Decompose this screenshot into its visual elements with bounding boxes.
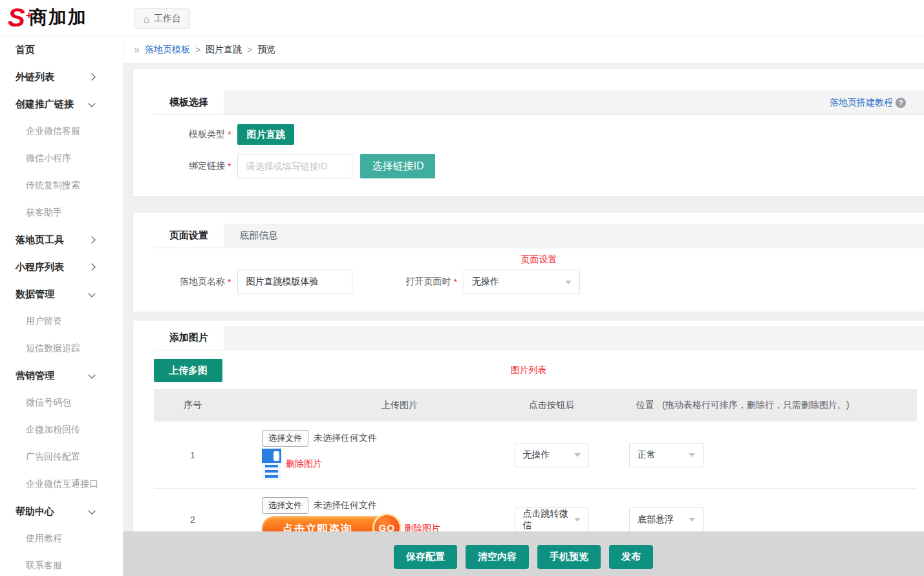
- help-question-icon: ?: [896, 98, 906, 108]
- open-page-select[interactable]: 无操作: [464, 270, 580, 294]
- app-window: S + 商加加 ⌂ 工作台 首页 外链列表 创建推广链接 企业微信客服 微信小程…: [0, 0, 924, 576]
- sidebar-item-sms-tracking[interactable]: 短信数据追踪: [0, 335, 123, 362]
- sidebar-item-ad-callback-config[interactable]: 广告回传配置: [0, 443, 123, 471]
- table-note: (拖动表格行可排序，删除行，只需删除图片。): [662, 400, 849, 411]
- sidebar-item-lead-assistant[interactable]: 获客助手: [0, 199, 123, 226]
- breadcrumb-item-image-jump: 图片直跳: [206, 44, 242, 56]
- sidebar-item-wechat-number-pack[interactable]: 微信号码包: [0, 389, 123, 416]
- row-index: 2: [154, 515, 231, 525]
- choose-link-id-button[interactable]: 选择链接ID: [360, 154, 435, 178]
- sidebar-item-tutorials[interactable]: 使用教程: [0, 525, 123, 552]
- template-type-button[interactable]: 图片直跳: [237, 124, 294, 145]
- required-mark: *: [228, 161, 231, 171]
- row-position-cell: 正常: [613, 443, 917, 467]
- choose-file-button[interactable]: 选择文件: [262, 430, 308, 447]
- sidebar-item-wecom-interconnect[interactable]: 企业微信互通接口: [0, 471, 123, 498]
- template-card-tabbar: 模板选择 落地页搭建教程 ?: [154, 91, 924, 115]
- page-settings-card: 页面设置 底部信息 页面设置 落地页名称 * 打开页面时 * 无操作: [133, 213, 924, 312]
- caret-down-icon: [689, 453, 695, 460]
- breadcrumb-separator: >: [195, 45, 200, 55]
- sidebar-item-user-leads[interactable]: 用户留资: [0, 308, 123, 335]
- col-header-index: 序号: [154, 400, 231, 411]
- col-header-upload: 上传图片: [231, 400, 490, 411]
- click-action-select[interactable]: 点击跳转微信: [515, 507, 589, 532]
- caret-down-icon: [565, 281, 572, 288]
- sidebar-item-contact-support[interactable]: 联系客服: [0, 552, 123, 576]
- click-action-select[interactable]: 无操作: [515, 443, 589, 467]
- sidebar-item-copy-search[interactable]: 传统复制搜索: [0, 172, 123, 199]
- clear-content-button[interactable]: 清空内容: [466, 545, 529, 569]
- template-select-card: 模板选择 落地页搭建教程 ? 模板类型 * 图片直跳 绑定链接 * 选择链接ID: [133, 69, 924, 196]
- breadcrumb-chevrons-icon: »: [134, 44, 140, 56]
- sidebar-item-create-promo-link[interactable]: 创建推广链接: [0, 91, 123, 118]
- choose-file-button[interactable]: 选择文件: [262, 497, 308, 514]
- page-settings-fields: 落地页名称 * 打开页面时 * 无操作: [154, 270, 924, 294]
- tab-add-images[interactable]: 添加图片: [154, 326, 224, 350]
- image-list-section-title: 图片列表: [154, 365, 903, 376]
- open-page-label: 打开页面时: [380, 276, 451, 288]
- col-header-position: 位置 (拖动表格行可排序，删除行，只需删除图片。): [613, 400, 917, 411]
- position-select[interactable]: 底部悬浮: [629, 507, 704, 532]
- home-icon: ⌂: [144, 14, 149, 25]
- chevron-down-icon: [88, 371, 95, 378]
- row-action-cell: 无操作: [490, 443, 613, 467]
- brand-logo: S + 商加加: [8, 3, 87, 32]
- page-card-tabbar: 页面设置 底部信息: [154, 224, 924, 248]
- position-select[interactable]: 正常: [629, 443, 704, 467]
- sidebar-item-help-center[interactable]: 帮助中心: [0, 498, 123, 525]
- chevron-down-icon: [88, 507, 95, 514]
- chevron-down-icon: [88, 290, 95, 297]
- delete-image-link[interactable]: 删除图片: [286, 458, 322, 470]
- tab-page-settings[interactable]: 页面设置: [154, 224, 224, 248]
- tab-footer-info[interactable]: 底部信息: [224, 224, 294, 248]
- file-status-text: 未选择任何文件: [314, 432, 377, 444]
- logo-s-icon: S +: [8, 3, 25, 32]
- breadcrumb-link-landing-templates[interactable]: 落地页模板: [145, 44, 190, 56]
- images-card-tabbar: 添加图片: [154, 326, 924, 350]
- workspace-button[interactable]: ⌂ 工作台: [134, 8, 190, 29]
- sidebar-item-external-links[interactable]: 外链列表: [0, 63, 123, 91]
- sidebar: 首页 外链列表 创建推广链接 企业微信客服 微信小程序 传统复制搜索 获客助手 …: [0, 36, 124, 576]
- sidebar-item-wechat-miniprogram[interactable]: 微信小程序: [0, 145, 123, 172]
- chevron-right-icon: [88, 73, 95, 80]
- upload-multi-button[interactable]: 上传多图: [154, 359, 222, 382]
- bind-link-label: 绑定链接: [154, 160, 225, 172]
- landing-tutorial-link[interactable]: 落地页搭建教程 ?: [830, 91, 906, 114]
- sidebar-item-miniprogram-list[interactable]: 小程序列表: [0, 253, 123, 281]
- caret-down-icon: [574, 518, 581, 525]
- template-type-row: 模板类型 * 图片直跳: [154, 124, 924, 145]
- caret-down-icon: [689, 518, 695, 525]
- row-index: 1: [154, 450, 231, 460]
- breadcrumb-item-preview: 预览: [257, 44, 275, 56]
- landing-name-input[interactable]: [237, 270, 352, 294]
- caret-down-icon: [574, 453, 581, 460]
- file-input: 选择文件 未选择任何文件: [262, 497, 490, 514]
- chevron-right-icon: [88, 236, 95, 243]
- required-mark: *: [453, 277, 457, 287]
- sidebar-item-data-management[interactable]: 数据管理: [0, 281, 123, 308]
- landing-name-label: 落地页名称: [154, 276, 225, 288]
- row-upload-cell: 选择文件 未选择任何文件 删除图片: [231, 430, 490, 480]
- sidebar-item-wecom-service[interactable]: 企业微信客服: [0, 118, 123, 145]
- sidebar-item-wecom-fans-callback[interactable]: 企微加粉回传: [0, 416, 123, 443]
- chevron-down-icon: [88, 100, 95, 107]
- tab-template-select[interactable]: 模板选择: [154, 91, 224, 114]
- col-header-click-action: 点击按钮后: [490, 400, 613, 411]
- sidebar-item-home[interactable]: 首页: [0, 36, 123, 63]
- template-type-label: 模板类型: [154, 129, 225, 140]
- file-input: 选择文件 未选择任何文件: [262, 430, 490, 447]
- row-position-cell: 底部悬浮: [613, 507, 917, 532]
- sidebar-item-marketing[interactable]: 营销管理: [0, 362, 123, 389]
- publish-button[interactable]: 发布: [609, 545, 653, 569]
- footer-action-bar: 保存配置 清空内容 手机预览 发布: [123, 531, 924, 576]
- uploaded-image-thumbnail: [262, 449, 281, 480]
- chevron-right-icon: [88, 263, 95, 270]
- bind-link-input[interactable]: [237, 154, 352, 178]
- sidebar-item-landing-tools[interactable]: 落地页工具: [0, 226, 123, 253]
- main-content: 模板选择 落地页搭建教程 ? 模板类型 * 图片直跳 绑定链接 * 选择链接ID: [123, 63, 924, 576]
- save-config-button[interactable]: 保存配置: [394, 545, 457, 569]
- required-mark: *: [228, 277, 231, 287]
- mobile-preview-button[interactable]: 手机预览: [537, 545, 601, 569]
- images-table-header: 序号 上传图片 点击按钮后 位置 (拖动表格行可排序，删除行，只需删除图片。): [154, 389, 917, 421]
- file-status-text: 未选择任何文件: [314, 500, 377, 511]
